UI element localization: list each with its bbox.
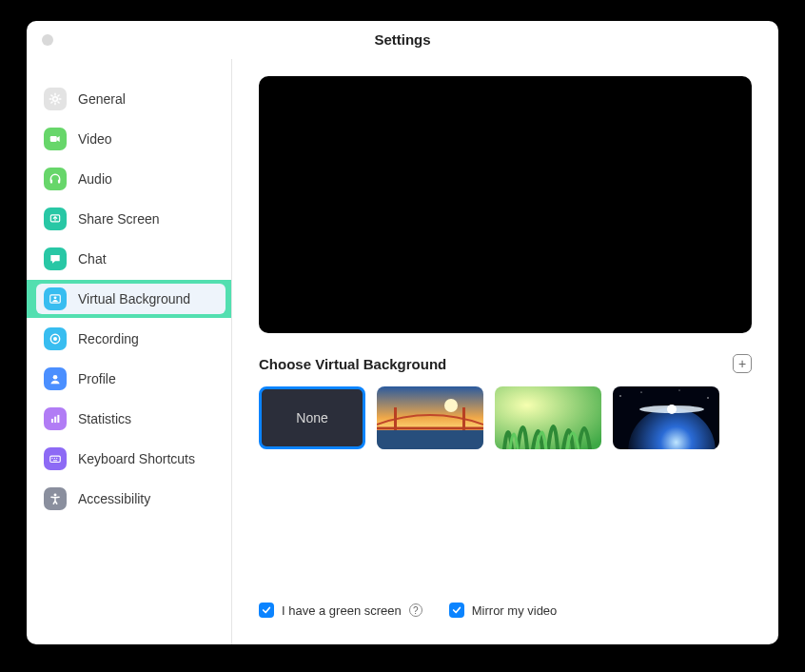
add-background-button[interactable]: +: [733, 354, 752, 373]
bg-thumb-bridge[interactable]: [377, 386, 483, 449]
svg-rect-10: [51, 419, 53, 423]
sidebar-item-label: Accessibility: [78, 491, 150, 506]
section-title: Choose Virtual Background: [259, 356, 446, 372]
svg-point-6: [54, 296, 57, 299]
window-body: GeneralVideoAudioShare ScreenChatVirtual…: [27, 59, 778, 644]
svg-point-16: [56, 458, 57, 459]
background-thumbnails: None: [259, 386, 752, 449]
green-screen-checkbox[interactable]: [259, 603, 274, 618]
svg-point-0: [53, 97, 58, 102]
chat-icon: [44, 247, 67, 270]
svg-rect-22: [462, 407, 465, 430]
svg-rect-3: [58, 180, 60, 184]
svg-rect-11: [54, 417, 56, 423]
section-header: Choose Virtual Background +: [259, 354, 752, 373]
video-preview: [259, 76, 752, 333]
green-screen-option: I have a green screen ?: [259, 603, 422, 618]
person-card-icon: [44, 287, 67, 310]
settings-window: Settings GeneralVideoAudioShare ScreenCh…: [27, 21, 778, 644]
sidebar-item-label: Chat: [78, 251, 107, 267]
svg-point-9: [53, 375, 58, 380]
titlebar: Settings: [27, 21, 778, 59]
bridge-image: [377, 386, 483, 449]
sidebar-item-audio[interactable]: Audio: [27, 160, 231, 198]
close-icon[interactable]: [42, 34, 53, 46]
sidebar-item-label: Keyboard Shortcuts: [78, 451, 195, 466]
sidebar: GeneralVideoAudioShare ScreenChatVirtual…: [27, 59, 232, 644]
sidebar-item-recording[interactable]: Recording: [27, 320, 231, 358]
bg-thumb-earth[interactable]: [613, 386, 719, 449]
main-panel: Choose Virtual Background + None: [232, 59, 778, 644]
sidebar-item-accessibility[interactable]: Accessibility: [27, 480, 231, 518]
svg-point-28: [707, 397, 708, 398]
options-row: I have a green screen ? Mirror my video: [259, 603, 752, 622]
headphones-icon: [44, 168, 67, 190]
svg-rect-23: [377, 430, 483, 449]
svg-point-15: [54, 458, 55, 459]
svg-point-14: [52, 458, 53, 459]
user-icon: [44, 367, 67, 390]
check-icon: [452, 605, 461, 615]
svg-rect-21: [394, 407, 397, 430]
mirror-checkbox[interactable]: [449, 603, 464, 618]
sidebar-item-share-screen[interactable]: Share Screen: [27, 200, 231, 238]
green-screen-label: I have a green screen: [282, 603, 402, 618]
sidebar-item-label: General: [78, 91, 126, 107]
svg-point-29: [679, 390, 680, 391]
accessibility-icon: [44, 487, 67, 510]
bg-thumb-grass[interactable]: [495, 386, 601, 449]
sidebar-item-label: Share Screen: [78, 211, 160, 227]
record-icon: [44, 327, 67, 350]
stats-icon: [44, 407, 67, 430]
sidebar-item-keyboard-shortcuts[interactable]: Keyboard Shortcuts: [27, 440, 231, 478]
svg-point-26: [619, 395, 620, 396]
window-title: Settings: [374, 31, 430, 48]
sidebar-item-label: Video: [78, 131, 112, 147]
grass-image: [495, 386, 601, 449]
svg-rect-13: [50, 456, 61, 462]
sidebar-item-label: Virtual Background: [78, 291, 190, 306]
mirror-label: Mirror my video: [472, 603, 558, 618]
svg-point-8: [53, 337, 57, 341]
sidebar-item-profile[interactable]: Profile: [27, 360, 231, 398]
keyboard-icon: [44, 447, 67, 470]
gear-icon: [44, 88, 67, 110]
svg-rect-2: [50, 180, 52, 184]
svg-point-20: [444, 399, 458, 412]
sidebar-item-general[interactable]: General: [27, 80, 231, 118]
sidebar-item-statistics[interactable]: Statistics: [27, 400, 231, 438]
mirror-option: Mirror my video: [449, 603, 558, 618]
svg-point-18: [54, 493, 57, 496]
video-icon: [44, 128, 67, 150]
sidebar-item-video[interactable]: Video: [27, 120, 231, 158]
plus-icon: +: [738, 357, 746, 370]
earth-image: [613, 386, 719, 449]
sidebar-item-chat[interactable]: Chat: [27, 240, 231, 278]
sidebar-item-virtual-background[interactable]: Virtual Background: [27, 280, 231, 318]
bg-thumb-none[interactable]: None: [259, 386, 365, 449]
sidebar-item-label: Audio: [78, 171, 112, 187]
svg-rect-17: [53, 460, 58, 461]
svg-rect-1: [50, 136, 57, 142]
share-icon: [44, 208, 67, 230]
sidebar-item-label: Recording: [78, 331, 139, 346]
thumb-label: None: [296, 410, 327, 425]
svg-rect-12: [57, 415, 59, 423]
help-icon[interactable]: ?: [409, 603, 422, 617]
check-icon: [262, 605, 271, 615]
sidebar-item-label: Profile: [78, 371, 116, 386]
sidebar-item-label: Statistics: [78, 411, 131, 426]
svg-point-27: [640, 391, 641, 392]
svg-point-32: [667, 405, 677, 414]
